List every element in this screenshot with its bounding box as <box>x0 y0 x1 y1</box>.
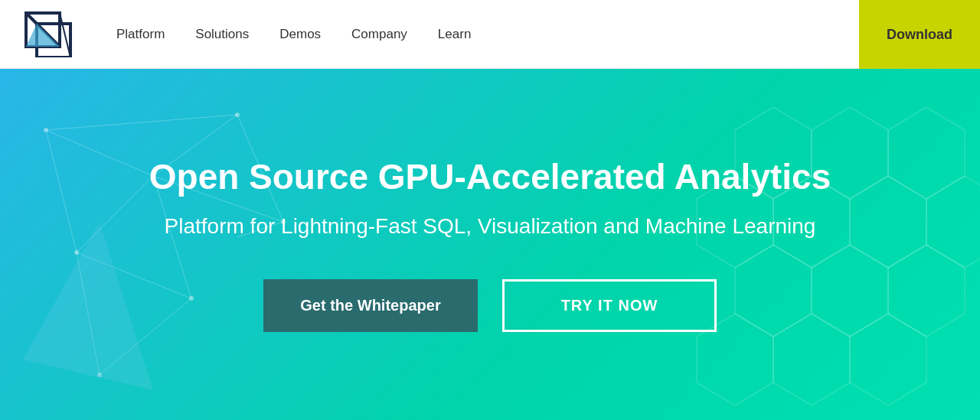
logo[interactable] <box>24 11 86 57</box>
svg-marker-4 <box>26 24 60 47</box>
nav-company[interactable]: Company <box>351 27 407 42</box>
navbar: Platform Solutions Demos Company Learn R… <box>0 0 980 69</box>
hero-section: Open Source GPU-Accelerated Analytics Pl… <box>0 69 980 420</box>
hero-subtitle: Platform for Lightning-Fast SQL, Visuali… <box>149 211 831 241</box>
nav-demos[interactable]: Demos <box>279 27 321 42</box>
svg-line-8 <box>46 130 77 252</box>
svg-line-3 <box>60 13 70 57</box>
hero-content: Open Source GPU-Accelerated Analytics Pl… <box>119 157 862 332</box>
nav-right: Request Demo Download <box>874 28 956 41</box>
download-button[interactable]: Download <box>859 0 980 69</box>
svg-marker-27 <box>888 107 965 199</box>
nav-learn[interactable]: Learn <box>438 27 471 42</box>
hero-title: Open Source GPU-Accelerated Analytics <box>149 157 831 197</box>
whitepaper-button[interactable]: Get the Whitepaper <box>263 279 478 332</box>
try-now-button[interactable]: TRY IT NOW <box>502 279 717 332</box>
nav-solutions[interactable]: Solutions <box>195 27 249 42</box>
hero-buttons: Get the Whitepaper TRY IT NOW <box>149 279 831 332</box>
svg-marker-31 <box>926 176 980 268</box>
nav-links: Platform Solutions Demos Company Learn <box>116 27 874 42</box>
svg-marker-34 <box>888 245 965 337</box>
svg-line-7 <box>46 115 237 130</box>
svg-point-19 <box>235 112 240 117</box>
svg-point-20 <box>74 250 79 255</box>
svg-point-17 <box>44 128 48 132</box>
nav-platform[interactable]: Platform <box>116 27 165 42</box>
